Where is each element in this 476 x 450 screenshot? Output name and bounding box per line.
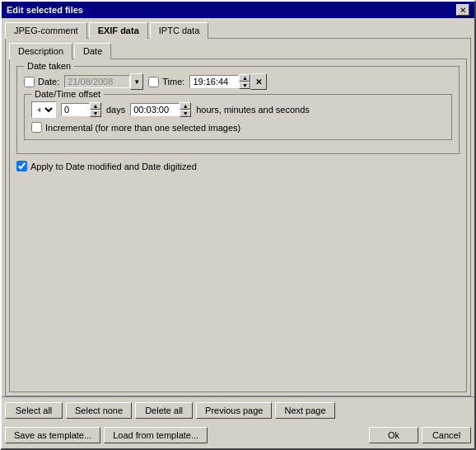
tab-date[interactable]: Date <box>74 43 111 59</box>
offset-time-wrap: ▲ ▼ <box>130 102 191 117</box>
apply-text: Apply to Date modified and Date digitize… <box>30 162 197 171</box>
sign-select-wrap: + - <box>31 101 56 118</box>
time-checkbox-label[interactable]: Time: <box>148 77 184 87</box>
incremental-label[interactable]: Incremental (for more than one selected … <box>31 122 240 133</box>
days-input[interactable] <box>61 103 90 116</box>
main-window: Edit selected files ✕ JPEG-comment EXIF … <box>0 0 476 450</box>
offset-time-spin-up[interactable]: ▲ <box>180 102 191 110</box>
time-checkbox[interactable] <box>148 77 159 87</box>
offset-row: + - ▲ ▼ days <box>31 101 445 118</box>
date-taken-title: Date taken <box>24 61 74 71</box>
bottom-button-row2: Save as template... Load from template..… <box>2 424 474 448</box>
date-checkbox-label[interactable]: Date: <box>24 77 59 87</box>
tab-container: JPEG-comment EXIF data IPTC data Descrip… <box>2 18 474 396</box>
main-panel: Description Date Date taken Date: <box>5 38 471 396</box>
tab-description[interactable]: Description <box>9 43 72 59</box>
time-input-wrap: ▲ ▼ ✕ <box>189 73 267 90</box>
tab-iptc-data[interactable]: IPTC data <box>150 22 209 39</box>
main-tab-bar: JPEG-comment EXIF data IPTC data <box>2 18 474 38</box>
days-spin-down[interactable]: ▼ <box>90 110 101 117</box>
bottom-button-row1: Select all Select none Delete all Previo… <box>2 396 474 424</box>
title-bar: Edit selected files ✕ <box>2 2 474 18</box>
load-template-button[interactable]: Load from template... <box>104 427 208 443</box>
offset-time-input[interactable] <box>130 103 180 116</box>
incremental-text: Incremental (for more than one selected … <box>45 123 240 133</box>
time-label: Time: <box>162 77 184 87</box>
apply-checkbox-label[interactable]: Apply to Date modified and Date digitize… <box>16 161 197 171</box>
sign-select[interactable]: + - <box>31 101 56 118</box>
days-spin-up[interactable]: ▲ <box>90 102 101 110</box>
tab-exif-data[interactable]: EXIF data <box>89 22 148 39</box>
previous-page-button[interactable]: Previous page <box>196 402 272 419</box>
window-title: Edit selected files <box>7 5 83 15</box>
date-label: Date: <box>38 77 59 87</box>
offset-group: Date/Time offset + - <box>24 94 452 140</box>
save-template-button[interactable]: Save as template... <box>5 427 100 443</box>
close-button[interactable]: ✕ <box>456 4 469 16</box>
days-input-wrap: ▲ ▼ <box>61 102 101 117</box>
delete-all-button[interactable]: Delete all <box>135 402 193 419</box>
tab-jpeg-comment[interactable]: JPEG-comment <box>5 22 87 39</box>
days-label: days <box>106 105 125 115</box>
offset-time-spin-down[interactable]: ▼ <box>180 110 191 117</box>
apply-checkbox[interactable] <box>16 161 27 171</box>
incremental-row: Incremental (for more than one selected … <box>31 122 445 133</box>
select-all-button[interactable]: Select all <box>5 402 63 419</box>
time-input[interactable] <box>189 75 239 88</box>
time-suffix-label: hours, minutes and seconds <box>196 105 310 115</box>
sub-panel: Date taken Date: ▼ Time: <box>9 59 467 392</box>
date-row: Date: ▼ Time: ▲ <box>24 73 452 90</box>
ok-button[interactable]: Ok <box>369 427 418 443</box>
date-dropdown-button[interactable]: ▼ <box>130 73 143 90</box>
sub-tab-bar: Description Date <box>9 42 467 59</box>
incremental-checkbox[interactable] <box>31 122 42 133</box>
time-spin-down[interactable]: ▼ <box>239 82 250 89</box>
days-spinners: ▲ ▼ <box>90 102 101 117</box>
date-checkbox[interactable] <box>24 77 35 87</box>
next-page-button[interactable]: Next page <box>275 402 334 419</box>
date-combo: ▼ <box>64 73 143 90</box>
date-input[interactable] <box>64 75 130 88</box>
cancel-button[interactable]: Cancel <box>422 427 471 443</box>
apply-row: Apply to Date modified and Date digitize… <box>16 161 460 171</box>
time-spinners: ▲ ▼ <box>239 74 250 89</box>
time-spin-up[interactable]: ▲ <box>239 74 250 82</box>
date-taken-group: Date taken Date: ▼ Time: <box>16 66 460 154</box>
offset-time-spinners: ▲ ▼ <box>180 102 191 117</box>
offset-title: Date/Time offset <box>31 89 104 99</box>
time-clear-button[interactable]: ✕ <box>250 73 267 90</box>
select-none-button[interactable]: Select none <box>66 402 132 419</box>
